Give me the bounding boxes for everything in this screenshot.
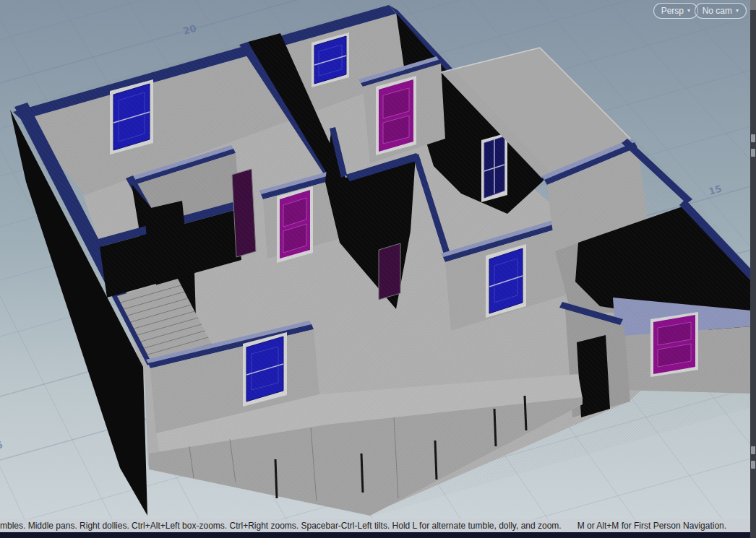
bottom-bar [0, 532, 750, 538]
panel-tab-notch[interactable] [751, 461, 755, 469]
chevron-down-icon: ▾ [687, 4, 690, 18]
right-panel-splitter[interactable] [750, 0, 756, 538]
panel-tab-notch[interactable] [751, 134, 755, 142]
viewport-3d[interactable]: 20 15 5 [0, 0, 756, 538]
camera-help-text: mbles. Middle pans. Right dollies. Ctrl+… [0, 519, 562, 532]
scene-canvas[interactable]: 20 15 5 [0, 0, 756, 538]
panel-strip-top [750, 0, 756, 10]
camera-dropdown[interactable]: No cam ▾ [695, 3, 747, 19]
panel-tab-notch[interactable] [751, 446, 755, 454]
status-bar: mbles. Middle pans. Right dollies. Ctrl+… [0, 519, 750, 532]
perspective-dropdown[interactable]: Persp ▾ [653, 3, 698, 19]
navigation-hint-text: M or Alt+M for First Person Navigation. [577, 519, 726, 532]
camera-dropdown-label: No cam [703, 4, 732, 18]
chevron-down-icon: ▾ [736, 4, 739, 18]
perspective-dropdown-label: Persp [661, 4, 684, 18]
panel-tab-notch[interactable] [751, 149, 755, 157]
